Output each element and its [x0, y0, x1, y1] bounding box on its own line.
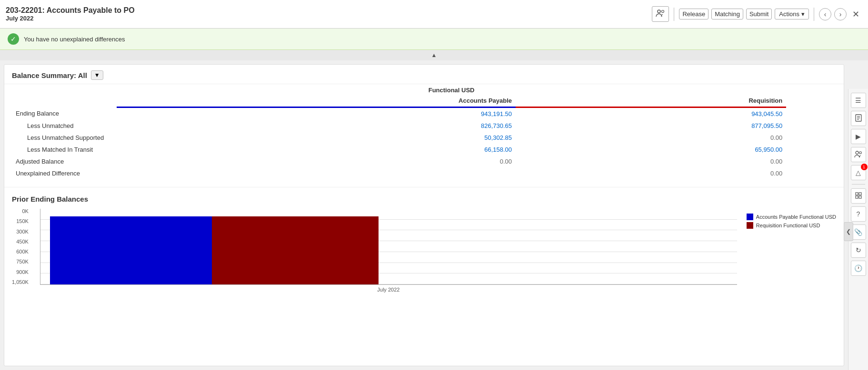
row-label-3: Less Matched In Transit: [12, 144, 117, 156]
header: 203-22201: Accounts Payable to PO July 2…: [0, 0, 868, 29]
actions-label: Actions: [779, 10, 799, 18]
balance-summary-section-header: Balance Summary: All ▼: [4, 65, 844, 84]
row-label-0: Ending Balance: [12, 107, 117, 120]
content-panel: Balance Summary: All ▼ Functional USD: [4, 64, 844, 366]
release-button[interactable]: Release: [679, 9, 708, 19]
row-ap-2[interactable]: 50,302.85: [117, 132, 516, 144]
prior-balances-title: Prior Ending Balances: [12, 195, 836, 203]
side-panel-divider: [852, 184, 865, 185]
collapse-arrow-icon: ▲: [431, 52, 437, 58]
chart-area: 1,050K900K750K600K450K300K150K0K: [12, 209, 836, 292]
check-icon: ✓: [8, 33, 19, 45]
row-label-2: Less Unmatched Supported: [12, 132, 117, 144]
header-actions: Release Matching Submit Actions ▾ ‹ › ✕: [652, 6, 862, 22]
report-icon-btn[interactable]: [851, 111, 866, 126]
y-axis-label: 750K: [12, 259, 29, 264]
actions-arrow-icon: ▾: [801, 10, 805, 18]
refresh-icon-btn[interactable]: ↻: [851, 243, 866, 258]
chart-legend: Accounts Payable Functional USDRequisiti…: [747, 214, 836, 229]
balance-table-wrapper: Functional USD Accounts Payable Requisit…: [4, 84, 844, 187]
divider-2: [814, 8, 814, 21]
question-icon-btn[interactable]: ?: [851, 206, 866, 222]
nav-prev-button[interactable]: ‹: [819, 8, 831, 20]
alert-badge: 1: [861, 164, 868, 170]
list-icon-btn[interactable]: ☰: [851, 93, 866, 108]
svg-rect-11: [859, 196, 861, 198]
chart-plot-container: July 2022: [40, 209, 737, 292]
row-req-0[interactable]: 943,045.50: [516, 107, 786, 120]
notification-bar: ✓ You have no unexplained differences: [0, 29, 868, 50]
th-functional-usd: Functional USD: [117, 84, 786, 95]
page-title: 203-22201: Accounts Payable to PO: [6, 6, 135, 15]
y-axis-label: 0K: [12, 209, 29, 214]
people-icon-btn[interactable]: [652, 6, 669, 22]
row-req-5: 0.00: [516, 167, 786, 179]
svg-rect-10: [856, 196, 858, 198]
svg-rect-8: [856, 193, 858, 195]
th-empty: [12, 84, 117, 95]
row-label-1: Less Unmatched: [12, 120, 117, 132]
row-spacer: [786, 132, 836, 144]
close-button[interactable]: ✕: [849, 8, 862, 20]
side-expand-button[interactable]: ❮: [844, 222, 853, 241]
th-requisition: Requisition: [516, 95, 786, 107]
legend-item: Requisition Functional USD: [747, 222, 836, 229]
row-ap-3[interactable]: 66,158.00: [117, 144, 516, 156]
users-icon-btn[interactable]: [851, 147, 866, 162]
play-icon-btn[interactable]: ▶: [851, 129, 866, 144]
balance-summary-filter-dropdown[interactable]: ▼: [91, 70, 103, 80]
legend-label: Requisition Functional USD: [756, 223, 820, 228]
row-ap-1[interactable]: 826,730.65: [117, 120, 516, 132]
y-axis-label: 600K: [12, 249, 29, 254]
svg-point-6: [856, 151, 858, 154]
th-spacer2: [786, 95, 836, 107]
grid-icon: [855, 192, 862, 200]
row-spacer: [786, 107, 836, 120]
question-icon: ?: [857, 210, 860, 218]
legend-blue-color: [747, 214, 753, 220]
row-ap-0[interactable]: 943,191.50: [117, 107, 516, 120]
legend-label: Accounts Payable Functional USD: [756, 214, 836, 220]
balance-summary-title: Balance Summary: All: [12, 71, 87, 79]
actions-dropdown-button[interactable]: Actions ▾: [775, 9, 809, 19]
svg-point-1: [662, 10, 664, 13]
balance-title-text: Balance Summary: All: [12, 71, 87, 79]
row-spacer: [786, 120, 836, 132]
row-ap-4: 0.00: [117, 156, 516, 167]
bar-accounts-payable: [50, 216, 212, 284]
svg-rect-9: [859, 193, 861, 195]
row-spacer: [786, 156, 836, 167]
page-subtitle: July 2022: [6, 15, 135, 22]
row-req-3[interactable]: 65,950.00: [516, 144, 786, 156]
bars-group: [50, 209, 379, 284]
nav-next-button[interactable]: ›: [834, 8, 847, 20]
list-icon: ☰: [855, 97, 861, 104]
report-icon: [855, 114, 862, 123]
divider-1: [674, 8, 674, 21]
grid-icon-btn[interactable]: [851, 188, 866, 204]
y-axis-label: 1,050K: [12, 280, 29, 285]
row-req-1[interactable]: 877,095.50: [516, 120, 786, 132]
balance-table: Functional USD Accounts Payable Requisit…: [12, 84, 836, 179]
legend-red-color: [747, 222, 753, 229]
collapse-bar[interactable]: ▲: [0, 50, 868, 60]
row-spacer: [786, 144, 836, 156]
play-icon: ▶: [856, 133, 861, 140]
refresh-icon: ↻: [856, 246, 861, 254]
y-axis-label: 900K: [12, 270, 29, 275]
th-spacer: [786, 84, 836, 95]
legend-item: Accounts Payable Functional USD: [747, 214, 836, 220]
row-label-4: Adjusted Balance: [12, 156, 117, 167]
alert-icon-btn[interactable]: △ 1: [851, 165, 866, 180]
clock-icon-btn[interactable]: 🕐: [851, 261, 866, 276]
side-panel: ☰ ▶: [848, 89, 868, 370]
th-accounts-payable: Accounts Payable: [117, 95, 516, 107]
matching-button[interactable]: Matching: [711, 9, 743, 19]
attachment-icon: 📎: [854, 228, 862, 236]
submit-button[interactable]: Submit: [746, 9, 772, 19]
chart-plot: [40, 209, 737, 285]
y-axis-label: 150K: [12, 219, 29, 224]
alert-icon: △: [856, 169, 861, 176]
y-axis-label: 450K: [12, 239, 29, 244]
row-ap-5: [117, 167, 516, 179]
